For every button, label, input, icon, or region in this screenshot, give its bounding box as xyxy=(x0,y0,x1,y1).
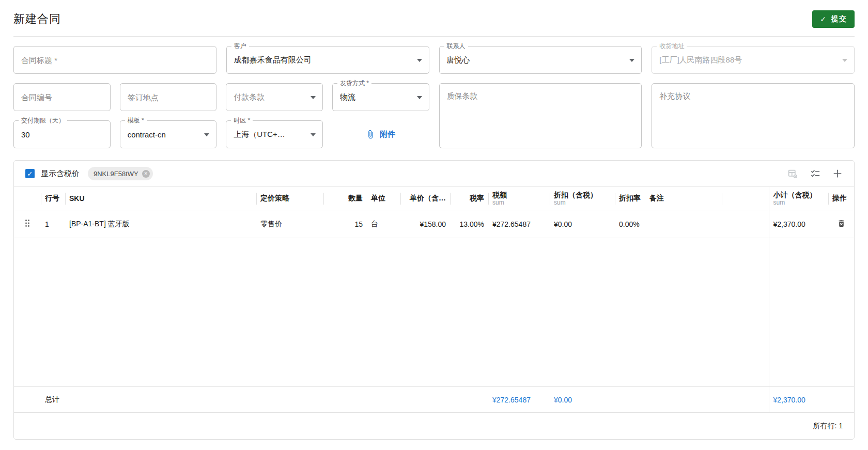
timezone-value: 上海（UTC+… xyxy=(234,130,285,139)
table-link-icon[interactable] xyxy=(787,168,798,179)
col-discount-sum: sum xyxy=(554,199,611,206)
chevron-down-icon xyxy=(417,96,422,99)
payment-terms-placeholder: 付款条款 xyxy=(234,92,265,102)
table-empty-area xyxy=(14,238,854,387)
delivery-days-label: 交付期限（天） xyxy=(19,117,67,124)
col-tax-amount-sum: sum xyxy=(492,199,546,206)
signing-place-field-wrap xyxy=(120,83,217,111)
col-tax-rate: 税率 xyxy=(450,187,488,210)
col-unit-price: 单价（含… xyxy=(400,187,450,210)
col-subtotal-label: 小计（含税） xyxy=(773,191,825,199)
grid-toolbar: ✓ 显示含税价 9NKL9F58tWY ✕ xyxy=(14,161,854,187)
chevron-down-icon xyxy=(311,96,316,99)
contract-no-field-wrap xyxy=(13,83,111,111)
chip-close-icon[interactable]: ✕ xyxy=(142,170,150,178)
shipping-address-label: 收货地址 xyxy=(657,42,687,50)
contact-select[interactable]: 联系人 唐悦心 xyxy=(439,46,642,74)
delete-row-icon[interactable] xyxy=(837,219,846,228)
col-drag xyxy=(14,187,41,210)
totals-subtotal: ¥2,370.00 xyxy=(769,387,828,413)
chevron-down-icon xyxy=(629,59,634,62)
cell-pricing-strategy[interactable]: 零售价 xyxy=(256,210,323,238)
contract-form: 客户 成都嘉禾食品有限公司 联系人 唐悦心 收货地址 [工厂]人民南路四段88号 xyxy=(13,46,855,148)
cell-qty[interactable]: 15 xyxy=(323,210,367,238)
submit-button[interactable]: ✓ 提交 xyxy=(812,10,855,28)
contract-title-field-wrap xyxy=(13,46,216,74)
template-value: contract-cn xyxy=(128,130,166,139)
table-row: 1 [BP-A1-BT] 蓝牙版 零售价 15 台 ¥158.00 13.00%… xyxy=(14,210,854,238)
col-discount-label: 折扣（含税） xyxy=(554,191,611,199)
col-sku: SKU xyxy=(65,187,256,210)
paperclip-icon xyxy=(366,130,375,139)
shipping-method-value: 物流 xyxy=(340,92,355,102)
chevron-down-icon xyxy=(311,133,316,136)
template-label: 模板 * xyxy=(125,117,147,124)
customer-value: 成都嘉禾食品有限公司 xyxy=(234,55,312,65)
col-qty: 数量 xyxy=(323,187,367,210)
line-items-card: ✓ 显示含税价 9NKL9F58tWY ✕ xyxy=(13,160,855,440)
chevron-down-icon xyxy=(417,59,422,62)
col-line-no: 行号 xyxy=(41,187,65,210)
cell-sku[interactable]: [BP-A1-BT] 蓝牙版 xyxy=(65,210,256,238)
attachment-button[interactable]: 附件 xyxy=(332,120,429,148)
shipping-address-select: 收货地址 [工厂]人民南路四段88号 xyxy=(652,46,855,74)
cell-actions xyxy=(828,210,854,238)
warranty-terms-field-wrap xyxy=(439,83,642,148)
delivery-days-field[interactable]: 交付期限（天） 30 xyxy=(13,120,111,148)
line-items-table: 行号 SKU 定价策略 数量 单位 单价（含… 税率 税额 sum xyxy=(14,187,854,413)
totals-tax-amount: ¥272.65487 xyxy=(488,387,550,413)
col-discount-rate: 折扣率 xyxy=(615,187,645,210)
cell-unit[interactable]: 台 xyxy=(367,210,400,238)
grid-toolbar-icons xyxy=(787,168,843,179)
chevron-down-icon xyxy=(842,59,847,62)
payment-terms-select[interactable]: 付款条款 xyxy=(226,83,323,111)
col-tax-amount-label: 税额 xyxy=(492,191,546,199)
cell-discount-rate[interactable]: 0.00% xyxy=(615,210,645,238)
show-tax-price-label: 显示含税价 xyxy=(41,169,80,179)
customer-select[interactable]: 客户 成都嘉禾食品有限公司 xyxy=(226,46,429,74)
form-lower: 付款条款 发货方式 * 物流 交付期限（天） 30 模板 * contract-… xyxy=(13,83,855,148)
page-title: 新建合同 xyxy=(13,11,61,27)
timezone-select[interactable]: 时区 * 上海（UTC+… xyxy=(226,120,323,148)
cell-tax-rate[interactable]: 13.00% xyxy=(450,210,488,238)
contract-no-input[interactable] xyxy=(21,93,103,102)
top-bar: 新建合同 ✓ 提交 xyxy=(13,0,855,37)
checklist-icon[interactable] xyxy=(810,168,820,179)
col-spacer xyxy=(722,187,769,210)
cell-remark[interactable] xyxy=(645,210,722,238)
add-row-icon[interactable] xyxy=(832,168,843,179)
supplementary-agreement-textarea[interactable] xyxy=(652,84,854,148)
cell-discount[interactable]: ¥0.00 xyxy=(550,210,615,238)
warranty-terms-textarea[interactable] xyxy=(440,84,642,148)
totals-label: 总计 xyxy=(41,387,256,413)
contract-form-page: 新建合同 ✓ 提交 客户 成都嘉禾食品有限公司 联系人 唐悦心 收货地址 [ xyxy=(0,0,868,440)
cell-line-no: 1 xyxy=(41,210,65,238)
all-rows-count: 所有行: 1 xyxy=(813,422,843,431)
grid-tag-text: 9NKL9F58tWY xyxy=(94,170,138,178)
supplementary-agreement-field-wrap xyxy=(652,83,855,148)
submit-button-label: 提交 xyxy=(831,14,847,24)
col-tax-amount: 税额 sum xyxy=(488,187,550,210)
show-tax-price-checkbox[interactable]: ✓ xyxy=(25,169,35,178)
totals-discount: ¥0.00 xyxy=(550,387,615,413)
signing-place-input[interactable] xyxy=(128,93,209,102)
col-discount: 折扣（含税） sum xyxy=(550,187,615,210)
shipping-address-value: [工厂]人民南路四段88号 xyxy=(659,55,742,65)
grid-footer: 所有行: 1 xyxy=(14,413,854,439)
customer-label: 客户 xyxy=(231,42,249,50)
delivery-days-value: 30 xyxy=(21,130,30,139)
shipping-method-select[interactable]: 发货方式 * 物流 xyxy=(332,83,429,111)
col-remark: 备注 xyxy=(645,187,722,210)
drag-handle[interactable] xyxy=(14,210,41,238)
cell-subtotal: ¥2,370.00 xyxy=(769,210,828,238)
contract-title-input[interactable] xyxy=(21,56,209,65)
cell-tax-amount: ¥272.65487 xyxy=(488,210,550,238)
contact-label: 联系人 xyxy=(444,42,468,50)
col-subtotal: 小计（含税） sum xyxy=(769,187,828,210)
col-actions: 操作 xyxy=(828,187,854,210)
cell-spacer xyxy=(722,210,769,238)
col-subtotal-sum: sum xyxy=(773,199,825,206)
col-unit: 单位 xyxy=(367,187,400,210)
cell-unit-price[interactable]: ¥158.00 xyxy=(400,210,450,238)
template-select[interactable]: 模板 * contract-cn xyxy=(120,120,217,148)
